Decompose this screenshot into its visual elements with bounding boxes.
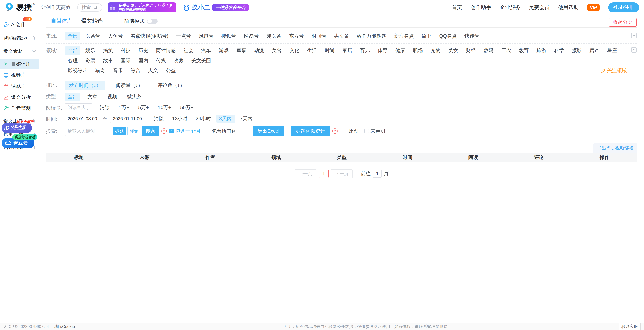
filter-option[interactable]: 家居 [340, 46, 355, 55]
filter-option[interactable]: 简书 [419, 32, 434, 40]
filter-option[interactable]: 凤凰号 [196, 32, 216, 40]
filter-option[interactable]: 财经 [463, 46, 479, 55]
filter-option[interactable]: 全部 [65, 46, 80, 55]
type-option[interactable]: 视频 [104, 92, 120, 101]
promo-banner[interactable]: 免费会员，千元礼包，行业干货 扫码进群即可领取 [108, 2, 176, 12]
next-page-button[interactable]: 下一页 [331, 169, 352, 178]
filter-option[interactable]: 搞笑 [100, 46, 116, 55]
goto-page-input[interactable] [373, 170, 382, 178]
filter-option[interactable]: 头条号 [82, 32, 103, 40]
undeclared-checkbox[interactable]: 未声明 [364, 128, 385, 134]
filter-option[interactable]: 宠物 [428, 46, 444, 55]
current-page-button[interactable]: 1 [319, 170, 328, 178]
type-option[interactable]: 微头条 [124, 92, 144, 101]
search-by-title-button[interactable]: 标题 [112, 127, 126, 135]
sort-option[interactable]: 发布时间（↓） [65, 81, 105, 90]
search-button[interactable]: 搜索 [142, 126, 159, 136]
reads-threshold-input[interactable] [65, 104, 92, 112]
filter-option[interactable]: 星座 [604, 46, 620, 55]
vip-badge[interactable]: VIP [587, 4, 600, 11]
daku-media-badge[interactable]: 软文全网推 iD 达库全媒 Da Ku All Media [2, 123, 32, 133]
filter-option[interactable]: 影视综艺 [65, 66, 90, 75]
collapse-source-icon[interactable] [631, 33, 636, 38]
filter-option[interactable]: 美女 [446, 46, 461, 55]
filter-option[interactable]: 数码 [481, 46, 496, 55]
filter-option[interactable]: 大鱼号 [105, 32, 126, 40]
filter-option[interactable]: 收藏 [171, 56, 186, 65]
filter-option[interactable]: 彩票 [82, 56, 98, 65]
sidebar-item-topic-library[interactable]: 话题库 [0, 81, 39, 91]
sidebar-item-ai-create[interactable]: AI AI创作 HOT [0, 19, 39, 30]
filter-option[interactable]: 美食 [269, 46, 284, 55]
filter-option[interactable]: 时尚 [322, 46, 338, 55]
filter-option[interactable]: 国际 [118, 56, 134, 65]
filter-option[interactable]: 综合 [128, 66, 143, 75]
filter-option[interactable]: 生活 [304, 46, 320, 55]
simple-mode-toggle[interactable] [147, 18, 158, 24]
time-option[interactable]: 12小时 [169, 114, 190, 123]
filter-option[interactable]: 看点快报(企鹅号) [128, 32, 171, 40]
contact-support-button[interactable]: 联系客服 [619, 323, 641, 330]
filter-option[interactable]: 教育 [516, 46, 532, 55]
filter-option[interactable]: 心理 [65, 56, 80, 65]
filter-option[interactable]: 网易号 [241, 32, 262, 40]
filter-option[interactable]: 动漫 [251, 46, 267, 55]
filter-option[interactable]: 全部 [65, 32, 80, 40]
filter-option[interactable]: 摄影 [569, 46, 584, 55]
filter-option[interactable]: 国内 [136, 56, 151, 65]
filter-option[interactable]: 音乐 [110, 66, 126, 75]
filter-option[interactable]: 一点号 [173, 32, 194, 40]
filter-option[interactable]: 游戏 [216, 46, 232, 55]
original-checkbox[interactable]: 原创 [342, 128, 358, 134]
filter-option[interactable]: 房产 [587, 46, 602, 55]
time-option[interactable]: 3天内 [216, 114, 235, 123]
nav-link[interactable]: 企业服务 [500, 4, 520, 11]
filter-option[interactable]: 体育 [375, 46, 390, 55]
include-all-words-checkbox[interactable]: 包含所有词 [206, 128, 236, 134]
filter-option[interactable]: 搜狐号 [218, 32, 239, 40]
reads-option[interactable]: 5万+ [136, 104, 152, 112]
filter-option[interactable]: 惠头条 [331, 32, 352, 40]
type-option[interactable]: 全部 [65, 92, 80, 101]
qingdou-cloud-badge[interactable]: 私信评论管理 ✦ 青豆云 [2, 138, 34, 148]
sort-option[interactable]: 评论数（↓） [154, 81, 189, 90]
filter-option[interactable]: 军事 [234, 46, 249, 55]
tab[interactable]: 自媒体库 [51, 15, 72, 27]
nav-link[interactable]: 创作助手 [471, 4, 491, 11]
reads-option[interactable]: 10万+ [155, 104, 174, 112]
help-question-icon[interactable]: ? [332, 128, 338, 134]
filter-option[interactable]: 猎奇 [92, 66, 108, 75]
filter-option[interactable]: 快传号 [462, 32, 482, 40]
filter-option[interactable]: 社会 [181, 46, 196, 55]
filter-option[interactable]: 三农 [498, 46, 514, 55]
reads-option[interactable]: 清除 [97, 104, 112, 112]
filter-option[interactable]: 两性情感 [153, 46, 178, 55]
include-one-word-checkbox[interactable]: 包含一个词 [169, 128, 200, 134]
filter-option[interactable]: 公益 [163, 66, 179, 75]
nav-link[interactable]: 使用帮助 [558, 4, 579, 11]
filter-option[interactable]: 美文美图 [188, 56, 214, 65]
time-end-input[interactable] [110, 114, 145, 123]
reads-option[interactable]: 1万+ [116, 104, 132, 112]
filter-option[interactable]: 趣头条 [264, 32, 284, 40]
time-start-input[interactable] [65, 114, 100, 123]
login-register-button[interactable]: 登录/注册 [608, 2, 639, 12]
time-option[interactable]: 清除 [151, 114, 167, 123]
sort-option[interactable]: 阅读量（↓） [112, 81, 147, 90]
collapse-field-icon[interactable] [631, 47, 636, 53]
filter-option[interactable]: 育儿 [357, 46, 373, 55]
filter-option[interactable]: 故事 [100, 56, 116, 65]
filter-option[interactable]: 汽车 [198, 46, 214, 55]
prev-page-button[interactable]: 上一页 [295, 169, 316, 178]
type-option[interactable]: 文章 [84, 92, 100, 101]
keyword-input[interactable] [65, 128, 112, 134]
filter-option[interactable]: 旅游 [534, 46, 549, 55]
title-word-frequency-button[interactable]: 标题词频统计 [291, 126, 330, 136]
sidebar-item-article-analysis[interactable]: 爆文分析 [0, 92, 39, 102]
nav-link[interactable]: 首页 [452, 4, 462, 11]
filter-option[interactable]: 东方号 [286, 32, 307, 40]
time-option[interactable]: 7天内 [237, 114, 256, 123]
filter-option[interactable]: 职场 [410, 46, 426, 55]
filter-option[interactable]: 科学 [551, 46, 567, 55]
filter-option[interactable]: 人文 [145, 66, 161, 75]
